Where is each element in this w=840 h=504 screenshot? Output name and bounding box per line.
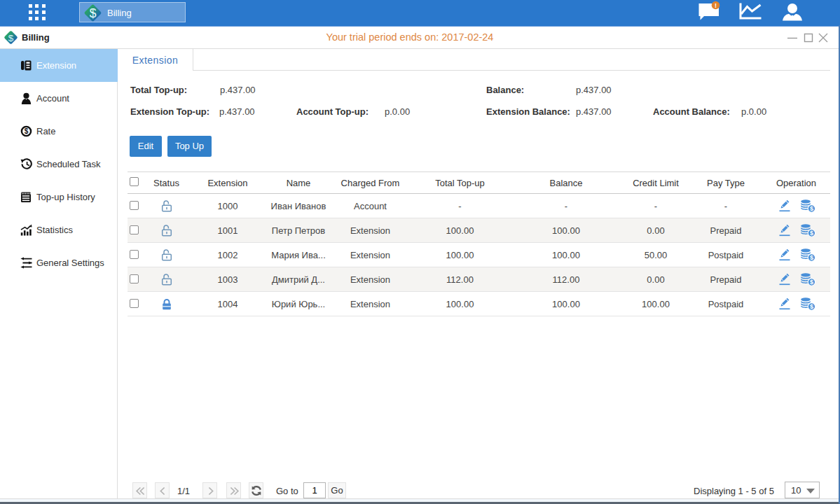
svg-text:$: $ [25, 127, 29, 135]
svg-text:$: $ [810, 205, 813, 212]
svg-text:$: $ [90, 6, 97, 20]
svg-text:$: $ [810, 303, 813, 310]
svg-text:$: $ [810, 230, 813, 237]
svg-text:$: $ [810, 254, 813, 261]
svg-text:$: $ [810, 279, 813, 286]
svg-text:!: ! [715, 2, 717, 9]
